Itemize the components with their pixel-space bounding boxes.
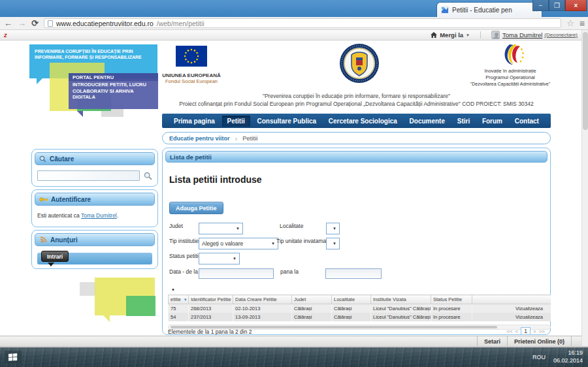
- program-label-1: Inovație în administrație: [465, 68, 555, 74]
- reload-button[interactable]: ⟳: [31, 19, 39, 27]
- bookmark-star-icon[interactable]: ☆: [566, 18, 574, 28]
- table-header-row: etitie▼ Identificator Petitie Data Crear…: [169, 295, 551, 304]
- window-close-button[interactable]: ×: [565, 0, 587, 11]
- page-next-button[interactable]: >: [533, 328, 536, 334]
- go-to-menu[interactable]: Mergi la ▼: [431, 31, 470, 39]
- tip-institutie-label: Tip institutie: [169, 238, 199, 244]
- announcements-portlet: Anunțuri Intrari: [31, 230, 158, 269]
- col-status[interactable]: Status Petitie: [431, 295, 472, 304]
- windows-logo-icon: [8, 353, 18, 361]
- view-link[interactable]: Vizualizeaza: [472, 304, 551, 313]
- nav-item-consultare-publica[interactable]: Consultare Publica: [252, 116, 321, 127]
- nav-item-prima-pagina[interactable]: Prima pagina: [169, 116, 220, 127]
- site-dockbar: z Mergi la ▼ Toma Dumitrel (Deconectare): [0, 30, 581, 40]
- date-from-input[interactable]: [199, 268, 274, 279]
- page-icon: [48, 20, 53, 27]
- tip-institutie-select[interactable]: Alegeți o valoare▼: [199, 238, 278, 249]
- search-submit-icon[interactable]: [144, 172, 152, 180]
- taskbar-clock[interactable]: 16:19 06.02.2014: [553, 349, 583, 364]
- petitions-portlet: Lista de petitii Lista petitii introduse…: [162, 148, 551, 335]
- program-label-3: "Dezvoltarea Capacității Administrative": [465, 81, 555, 87]
- tab-favicon-icon: [441, 6, 449, 14]
- auth-status-text: Esti autenticat ca: [37, 212, 80, 219]
- window-minimize-button[interactable]: −: [532, 0, 549, 11]
- go-to-label: Mergi la: [440, 31, 463, 39]
- eu-logo: UNIUNEA EUROPEANĂ Fondul Social European: [152, 46, 231, 84]
- scrollbar-thumb[interactable]: [583, 32, 588, 130]
- dockbar-pin-icon[interactable]: z: [3, 31, 8, 39]
- key-icon: [39, 197, 48, 202]
- view-link[interactable]: Vizualizeaza: [472, 313, 551, 321]
- col-petitie[interactable]: etitie▼: [169, 295, 189, 304]
- page-scrollbar[interactable]: [581, 30, 588, 346]
- search-portlet-header: Căutare: [35, 152, 155, 165]
- user-avatar: [491, 31, 500, 39]
- window-maximize-button[interactable]: ❐: [549, 0, 565, 11]
- announcements-portlet-header: Anunțuri: [35, 233, 155, 246]
- brand-bubble-portal: PORTAL PENTRU INTRODUCERE PETITII, LUCRU…: [69, 73, 158, 111]
- table-row[interactable]: 54 237/2013 13-09-2013 Călărași Călărași…: [169, 313, 551, 321]
- project-description-line2: Proiect cofinanțat prin Fondul Social Eu…: [162, 101, 551, 107]
- keyboard-language[interactable]: ROU: [532, 354, 546, 360]
- decor-yellow-tail: [103, 315, 110, 322]
- announcements-tab-intrari[interactable]: Intrari: [41, 251, 69, 262]
- friends-online-button[interactable]: Prieteni Online (0): [507, 336, 572, 346]
- col-judet[interactable]: Judet: [292, 295, 332, 304]
- search-input[interactable]: [37, 170, 140, 181]
- add-petition-button[interactable]: Adauga Petitie: [169, 202, 223, 214]
- home-icon: [431, 32, 437, 38]
- nav-item-stiri[interactable]: Stiri: [452, 116, 475, 127]
- col-data-creare[interactable]: Data Creare Petitie: [233, 295, 292, 304]
- judet-select[interactable]: ▼: [199, 223, 243, 234]
- desktop: ROU 16:19 06.02.2014: [0, 347, 588, 367]
- nav-item-contact[interactable]: Contact: [510, 116, 544, 127]
- browser-menu-icon[interactable]: ≡: [580, 18, 584, 29]
- announcements-portlet-title: Anunțuri: [50, 236, 78, 244]
- breadcrumb-separator: ›: [235, 135, 238, 142]
- breadcrumb: Educatie pentru viitor › Petitii: [162, 132, 551, 144]
- page-first-button[interactable]: <<: [506, 328, 512, 334]
- eu-flag-icon: [176, 46, 207, 67]
- tip-unitate-select[interactable]: ▼: [326, 238, 340, 249]
- ministry-seal-icon: [338, 42, 380, 85]
- breadcrumb-home-link[interactable]: Educatie pentru viitor: [169, 135, 230, 142]
- auth-portlet-header: Autentificare: [35, 193, 155, 206]
- pagination: << < 1 > >>: [506, 327, 545, 335]
- status-petitie-select[interactable]: ▼: [199, 253, 240, 264]
- table-row[interactable]: 75 268/2013 02-10-2013 Călărași Călărași…: [169, 304, 551, 313]
- announcements-tab-pointer: [48, 263, 54, 266]
- url-domain: www.educatiepentruviitor.edu.ro: [56, 20, 154, 27]
- col-identificator[interactable]: Identificator Petitie: [189, 295, 233, 304]
- nav-item-forum[interactable]: Forum: [477, 116, 508, 127]
- tip-unitate-label: Tip unitate invatamant: [276, 238, 331, 244]
- dropdown-arrow-icon: ▼: [236, 227, 240, 231]
- brand-bubble-portal-body: INTRODUCERE PETITII, LUCRU COLABORATIV S…: [69, 81, 158, 109]
- forward-button[interactable]: →: [18, 19, 26, 27]
- page-last-button[interactable]: >>: [539, 328, 545, 334]
- nav-item-petitii[interactable]: Petitii: [222, 116, 250, 127]
- nav-item-documente[interactable]: Documente: [404, 116, 450, 127]
- results-count: Elementele de la 1 pana la 2 din 2: [168, 328, 252, 335]
- browser-tab[interactable]: Petitii - Educatie pen ×: [436, 2, 542, 17]
- date-to-input[interactable]: [325, 268, 382, 279]
- nav-item-cercetare-sociologica[interactable]: Cercetare Sociologica: [323, 116, 402, 127]
- program-logo: Inovație în administrație Programul Oper…: [465, 43, 555, 88]
- settings-button[interactable]: Setari: [477, 336, 507, 346]
- start-button[interactable]: [5, 351, 22, 364]
- window-controls: − ❐ ×: [532, 0, 587, 11]
- localitate-select[interactable]: ▼: [326, 223, 340, 234]
- project-description-line1: "Prevenirea corupției în educație prin i…: [162, 93, 551, 99]
- search-icon: [39, 155, 46, 163]
- col-institutie[interactable]: Institutie Vizata: [371, 295, 431, 304]
- back-button[interactable]: ←: [4, 19, 12, 27]
- page-prev-button[interactable]: <: [515, 328, 519, 334]
- tab-title: Petitii - Educatie pen: [452, 7, 531, 14]
- address-bar[interactable]: www.educatiepentruviitor.edu.ro/web/men/…: [44, 18, 561, 28]
- col-localitate[interactable]: Localitate: [332, 295, 371, 304]
- auth-user-link[interactable]: Toma Dumitrel: [81, 212, 117, 219]
- announcements-icon: [39, 236, 47, 244]
- logout-link[interactable]: (Deconectare): [544, 32, 578, 38]
- page-number[interactable]: 1: [521, 327, 531, 335]
- browser-toolbar: ← → ⟳ www.educatiepentruviitor.edu.ro/we…: [0, 17, 588, 30]
- user-name-link[interactable]: Toma Dumitrel: [502, 31, 542, 39]
